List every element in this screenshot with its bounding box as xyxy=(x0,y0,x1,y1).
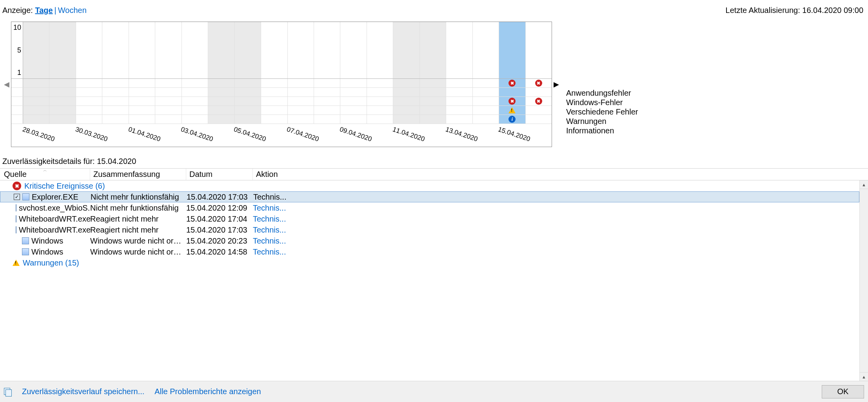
event-cell[interactable] xyxy=(182,88,208,96)
event-cell[interactable] xyxy=(261,106,287,115)
row-checkbox[interactable] xyxy=(14,194,20,200)
event-cell[interactable] xyxy=(182,79,208,87)
event-cell[interactable] xyxy=(49,106,76,115)
chart-day-column[interactable] xyxy=(76,22,102,78)
table-row[interactable]: svchost.exe_WbioS...Nicht mehr funktions… xyxy=(0,202,859,213)
event-cell[interactable] xyxy=(23,88,49,96)
chart-day-column[interactable] xyxy=(499,22,525,78)
event-cell[interactable] xyxy=(155,97,182,106)
event-cell[interactable] xyxy=(393,97,419,106)
event-cell[interactable] xyxy=(182,115,208,124)
event-cell[interactable] xyxy=(526,115,552,124)
event-cell[interactable] xyxy=(261,88,287,96)
event-cell[interactable] xyxy=(499,97,525,106)
event-cell[interactable] xyxy=(182,106,208,115)
event-cell[interactable] xyxy=(288,106,314,115)
event-cell[interactable] xyxy=(23,115,49,124)
event-cell[interactable] xyxy=(367,79,393,87)
chart-day-column[interactable] xyxy=(129,22,155,78)
event-cell[interactable] xyxy=(473,79,499,87)
chart-prev-arrow[interactable]: ◀ xyxy=(2,80,11,89)
event-cell[interactable] xyxy=(526,97,552,106)
event-cell[interactable] xyxy=(473,115,499,124)
event-cell[interactable] xyxy=(208,106,234,115)
event-cell[interactable] xyxy=(23,106,49,115)
chart-day-column[interactable] xyxy=(526,22,552,78)
event-cell[interactable] xyxy=(367,115,393,124)
view-weeks-link[interactable]: Wochen xyxy=(58,6,87,15)
event-cell[interactable] xyxy=(76,79,102,87)
event-cell[interactable] xyxy=(129,79,155,87)
event-cell[interactable] xyxy=(420,115,446,124)
event-cell[interactable] xyxy=(155,79,182,87)
event-cell[interactable] xyxy=(102,88,129,96)
event-cell[interactable] xyxy=(261,97,287,106)
event-cell[interactable] xyxy=(76,97,102,106)
event-cell[interactable] xyxy=(182,97,208,106)
event-cell[interactable] xyxy=(393,88,419,96)
save-history-link[interactable]: Zuverlässigkeitsverlauf speichern... xyxy=(22,387,144,396)
event-cell[interactable] xyxy=(102,97,129,106)
event-cell[interactable] xyxy=(340,79,367,87)
event-cell[interactable] xyxy=(261,115,287,124)
event-cell[interactable] xyxy=(102,106,129,115)
action-link[interactable]: Technis... xyxy=(253,215,286,223)
chart-day-column[interactable] xyxy=(155,22,182,78)
chart-day-column[interactable] xyxy=(23,22,49,78)
event-cell[interactable] xyxy=(340,97,367,106)
table-row[interactable]: WindowsWindows wurde nicht ordnu...15.04… xyxy=(0,246,859,257)
table-row[interactable]: WhiteboardWRT.exeReagiert nicht mehr15.0… xyxy=(0,224,859,235)
event-cell[interactable] xyxy=(155,88,182,96)
event-cell[interactable] xyxy=(420,97,446,106)
event-cell[interactable] xyxy=(367,88,393,96)
event-cell[interactable] xyxy=(420,106,446,115)
event-cell[interactable] xyxy=(446,79,472,87)
event-cell[interactable] xyxy=(208,88,234,96)
event-cell[interactable] xyxy=(129,88,155,96)
event-cell[interactable] xyxy=(393,115,419,124)
event-cell[interactable] xyxy=(393,79,419,87)
table-row[interactable]: WindowsWindows wurde nicht ordnu...15.04… xyxy=(0,235,859,246)
event-cell[interactable] xyxy=(49,97,76,106)
scroll-up-icon[interactable]: ▲ xyxy=(860,180,868,189)
action-link[interactable]: Technis... xyxy=(253,226,286,234)
event-cell[interactable] xyxy=(446,115,472,124)
event-cell[interactable] xyxy=(155,115,182,124)
event-cell[interactable] xyxy=(235,79,261,87)
action-link[interactable]: Technis... xyxy=(253,247,286,256)
event-cell[interactable] xyxy=(49,88,76,96)
event-cell[interactable] xyxy=(235,115,261,124)
chart-day-column[interactable] xyxy=(473,22,499,78)
ok-button[interactable]: OK xyxy=(822,385,864,398)
event-cell[interactable] xyxy=(76,106,102,115)
event-cell[interactable] xyxy=(49,115,76,124)
chart-day-column[interactable] xyxy=(102,22,129,78)
chart-day-column[interactable] xyxy=(314,22,340,78)
event-cell[interactable] xyxy=(288,115,314,124)
col-action[interactable]: Aktion xyxy=(253,169,868,180)
event-cell[interactable] xyxy=(76,88,102,96)
chart-day-column[interactable] xyxy=(182,22,208,78)
event-cell[interactable] xyxy=(367,97,393,106)
event-cell[interactable] xyxy=(129,97,155,106)
chart-day-column[interactable] xyxy=(367,22,393,78)
event-cell[interactable] xyxy=(314,115,340,124)
view-all-reports-link[interactable]: Alle Problemberichte anzeigen xyxy=(154,387,261,396)
event-cell[interactable] xyxy=(102,115,129,124)
event-cell[interactable] xyxy=(499,115,525,124)
event-cell[interactable] xyxy=(499,106,525,115)
event-cell[interactable] xyxy=(235,97,261,106)
chart-next-arrow[interactable]: ▶ xyxy=(552,80,561,89)
event-cell[interactable] xyxy=(367,106,393,115)
event-cell[interactable] xyxy=(129,115,155,124)
event-cell[interactable] xyxy=(23,97,49,106)
table-row[interactable]: Explorer.EXENicht mehr funktionsfähig15.… xyxy=(0,191,859,202)
event-cell[interactable] xyxy=(288,79,314,87)
event-cell[interactable] xyxy=(526,88,552,96)
chart-day-column[interactable] xyxy=(235,22,261,78)
chart-day-column[interactable] xyxy=(49,22,76,78)
event-cell[interactable] xyxy=(420,88,446,96)
event-cell[interactable] xyxy=(208,97,234,106)
event-cell[interactable] xyxy=(288,88,314,96)
event-cell[interactable] xyxy=(155,106,182,115)
